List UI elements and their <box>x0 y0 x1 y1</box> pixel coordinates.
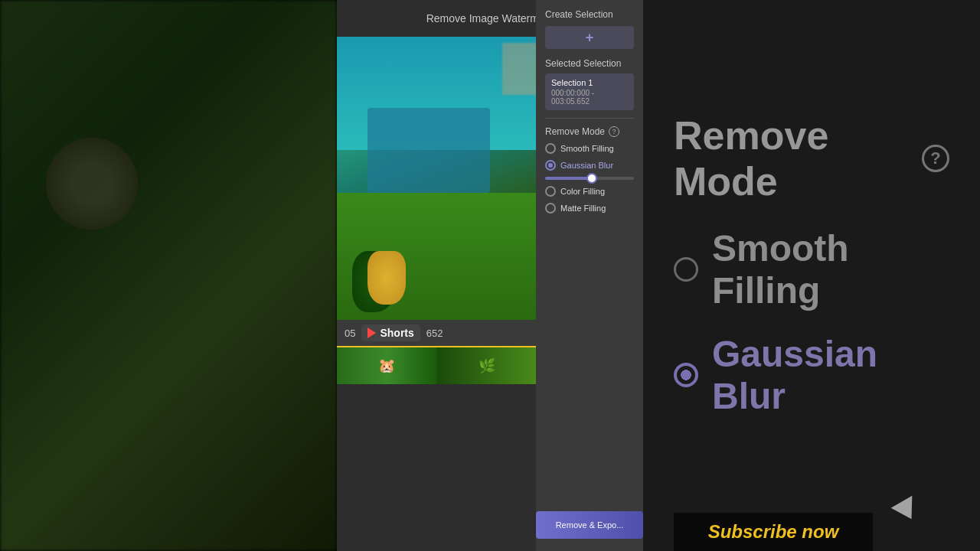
slider-thumb[interactable] <box>586 173 597 184</box>
smooth-label: Smooth Filling <box>560 144 614 153</box>
bg-gaussian-radio <box>674 363 698 387</box>
selection-name: Selection 1 <box>551 78 628 87</box>
remove-mode-question-icon: ? <box>609 126 619 137</box>
shorts-logo: Shorts <box>361 324 420 341</box>
remove-export-label: Remove & Expo... <box>556 520 624 530</box>
cursor-icon <box>891 496 923 526</box>
add-selection-button[interactable]: + <box>545 26 634 49</box>
background-right: Remove Mode ? Smooth Filling Gaussian Bl… <box>643 0 980 551</box>
remove-export-button[interactable]: Remove & Expo... <box>536 511 643 539</box>
matte-radio[interactable] <box>545 203 556 214</box>
bg-gaussian-option: Gaussian Blur <box>674 333 949 417</box>
matte-filling-option[interactable]: Matte Filling <box>545 203 634 214</box>
scene-water <box>368 108 490 193</box>
bg-smooth-radio <box>674 257 698 282</box>
bg-gaussian-label: Gaussian Blur <box>712 333 949 417</box>
selection-item-1[interactable]: Selection 1 000:00:000 - 003:05.652 <box>545 73 634 110</box>
smooth-radio[interactable] <box>545 143 556 154</box>
right-panel: Create Selection + Selected Selection Se… <box>536 0 643 551</box>
gaussian-radio[interactable] <box>545 160 556 171</box>
matte-label: Matte Filling <box>560 204 606 213</box>
color-filling-option[interactable]: Color Filling <box>545 186 634 197</box>
blur-slider[interactable] <box>545 177 634 180</box>
color-label: Color Filling <box>560 187 605 196</box>
remove-mode-section: Remove Mode ? <box>545 126 634 137</box>
gaussian-blur-option[interactable]: Gaussian Blur <box>545 160 634 171</box>
character <box>368 251 406 305</box>
selected-selection-label: Selected Selection <box>545 58 634 69</box>
thumbnail-1: 🐹 <box>337 347 437 384</box>
gaussian-label: Gaussian Blur <box>560 161 613 170</box>
slider-track <box>545 177 634 180</box>
bg-smooth-label: Smooth Filling <box>712 227 949 311</box>
shorts-text: Shorts <box>380 327 413 339</box>
bg-smooth-option: Smooth Filling <box>674 227 949 311</box>
time-start: 05 <box>345 328 355 339</box>
shorts-play-icon <box>368 328 376 338</box>
bg-remove-mode-title: Remove Mode ? <box>674 112 949 204</box>
add-icon: + <box>586 30 594 46</box>
background-left <box>0 0 337 551</box>
thumbnail-2: 🌿 <box>437 347 537 384</box>
time-end: 652 <box>426 328 443 339</box>
window-title: Remove Image Watermark <box>426 12 554 24</box>
divider <box>545 118 634 119</box>
gaussian-radio-inner <box>548 163 553 168</box>
smooth-filling-option[interactable]: Smooth Filling <box>545 143 634 154</box>
bg-question-icon: ? <box>922 145 949 172</box>
color-radio[interactable] <box>545 186 556 197</box>
selection-time: 000:00:000 - 003:05.652 <box>551 89 628 106</box>
remove-mode-text: Remove Mode <box>545 126 605 137</box>
create-selection-label: Create Selection <box>545 9 634 20</box>
background-coconut <box>46 138 138 230</box>
